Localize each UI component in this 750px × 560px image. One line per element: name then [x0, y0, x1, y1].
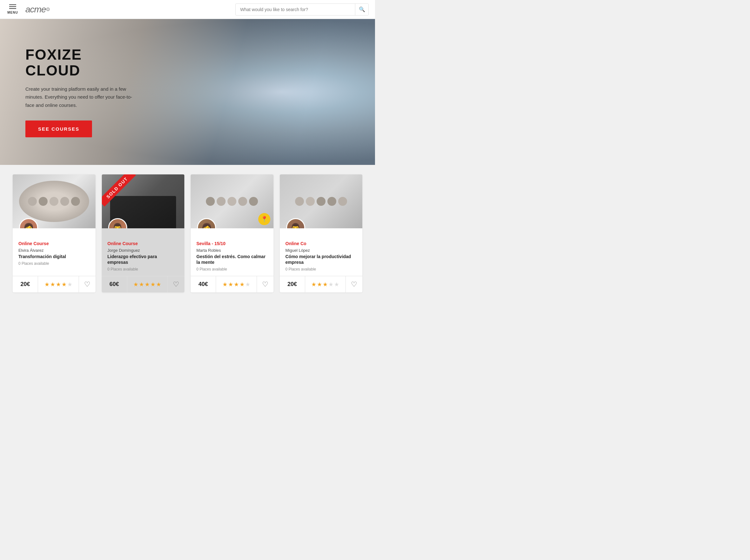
course-rating: ★ ★ ★ ★ ★ — [216, 276, 257, 292]
course-price: 20€ — [13, 276, 38, 292]
star-4: ★ — [328, 281, 333, 288]
course-price: 40€ — [191, 276, 216, 292]
course-rating: ★ ★ ★ ★ ★ — [305, 276, 346, 292]
course-title: Liderazgo efectivo para empresas — [107, 254, 179, 265]
course-rating: ★ ★ ★ ★ ★ — [127, 276, 168, 292]
hero-content: FOXIZE CLOUD Create your training platfo… — [0, 27, 159, 157]
course-card: 👩 📍 Sevilla - 15/10 Marta Robles Gestión… — [191, 174, 274, 292]
location-badge: 📍 — [258, 213, 270, 225]
logo: acme⚙ — [25, 4, 50, 15]
course-card-image: 👩 — [13, 174, 96, 228]
star-5: ★ — [67, 281, 72, 288]
star-2: ★ — [50, 281, 55, 288]
gear-icon: ⚙ — [46, 6, 50, 12]
menu-button[interactable]: MENU — [6, 4, 19, 14]
course-card: 👨 Online Co Miguel López Cómo mejorar la… — [280, 174, 363, 292]
course-rating: ★ ★ ★ ★ ★ — [38, 276, 79, 292]
star-1: ★ — [311, 281, 316, 288]
course-price: 60€ — [102, 276, 127, 292]
instructor-name: Miguel López — [285, 248, 357, 253]
courses-section: 👩 Online Course Elvira Álvarez Transform… — [0, 165, 375, 302]
course-type-label: Online Course — [107, 241, 179, 246]
places-available: 0 Places available — [196, 267, 268, 272]
instructor-avatar: 👨 — [286, 218, 305, 228]
star-2: ★ — [317, 281, 322, 288]
places-available: 0 Places available — [107, 267, 179, 272]
instructor-avatar: 👩 — [197, 218, 216, 228]
card-footer: 20€ ★ ★ ★ ★ ★ ♡ — [13, 276, 96, 292]
star-4: ★ — [239, 281, 244, 288]
avatar: 👩 — [197, 218, 216, 228]
star-5: ★ — [334, 281, 339, 288]
search-button[interactable]: 🔍 — [355, 3, 368, 16]
avatar: 👨 — [108, 218, 127, 228]
search-bar: 🔍 — [235, 3, 369, 16]
search-input[interactable] — [236, 7, 355, 12]
card-body: Online Course Jorge Domínguez Liderazgo … — [102, 228, 185, 276]
header: MENU acme⚙ 🔍 — [0, 0, 375, 19]
course-type-label: Online Course — [18, 241, 90, 246]
card-body: Sevilla - 15/10 Marta Robles Gestión del… — [191, 228, 274, 276]
instructor-name: Marta Robles — [196, 248, 268, 253]
star-4: ★ — [151, 281, 155, 288]
star-1: ★ — [133, 281, 138, 288]
star-1: ★ — [44, 281, 50, 288]
course-card-image: 👩 📍 — [191, 174, 274, 228]
star-1: ★ — [222, 281, 228, 288]
wishlist-button[interactable]: ♡ — [79, 276, 96, 292]
course-title: Gestión del estrés. Como calmar la mente — [196, 254, 268, 265]
star-5: ★ — [245, 281, 250, 288]
card-footer: 40€ ★ ★ ★ ★ ★ ♡ — [191, 276, 274, 292]
course-title: Cómo mejorar la productividad empresa — [285, 254, 357, 265]
instructor-avatar: 👩 — [19, 218, 38, 228]
star-5: ★ — [156, 281, 161, 288]
star-2: ★ — [139, 281, 144, 288]
wishlist-button[interactable]: ♡ — [168, 276, 184, 292]
star-3: ★ — [56, 281, 61, 288]
star-3: ★ — [145, 281, 150, 288]
star-2: ★ — [228, 281, 233, 288]
course-price: 20€ — [280, 276, 305, 292]
course-type-label: Sevilla - 15/10 — [196, 241, 268, 246]
wishlist-button[interactable]: ♡ — [257, 276, 274, 292]
instructor-name: Elvira Álvarez — [18, 248, 90, 253]
places-available: 0 Places available — [18, 261, 90, 266]
card-footer: 60€ ★ ★ ★ ★ ★ ♡ — [102, 276, 185, 292]
course-card-image: 👨 — [280, 174, 363, 228]
star-4: ★ — [62, 281, 66, 288]
card-footer: 20€ ★ ★ ★ ★ ★ ♡ — [280, 276, 363, 292]
avatar: 👩 — [19, 218, 38, 228]
course-card-image: 👨 — [102, 174, 185, 228]
course-card: 👩 Online Course Elvira Álvarez Transform… — [13, 174, 96, 292]
hero-title: FOXIZE CLOUD — [25, 47, 133, 79]
hero-banner: FOXIZE CLOUD Create your training platfo… — [0, 19, 375, 165]
see-courses-button[interactable]: SEE COURSES — [25, 120, 92, 137]
sold-out-ribbon — [102, 174, 140, 213]
card-body: Online Co Miguel López Cómo mejorar la p… — [280, 228, 363, 276]
star-3: ★ — [234, 281, 239, 288]
avatar: 👨 — [286, 218, 305, 228]
logo-text: acme — [25, 4, 46, 15]
courses-grid: 👩 Online Course Elvira Álvarez Transform… — [13, 174, 362, 292]
places-available: 0 Places available — [285, 267, 357, 272]
search-icon: 🔍 — [359, 6, 365, 12]
instructor-avatar: 👨 — [108, 218, 127, 228]
instructor-name: Jorge Domínguez — [107, 248, 179, 253]
hero-subtitle: Create your training platform easily and… — [25, 85, 133, 109]
course-card: 👨 Online Course Jorge Domínguez Liderazg… — [102, 174, 185, 292]
course-title: Transformación digital — [18, 254, 90, 259]
star-3: ★ — [323, 281, 328, 288]
course-type-label: Online Co — [285, 241, 357, 246]
card-body: Online Course Elvira Álvarez Transformac… — [13, 228, 96, 276]
wishlist-button[interactable]: ♡ — [346, 276, 362, 292]
